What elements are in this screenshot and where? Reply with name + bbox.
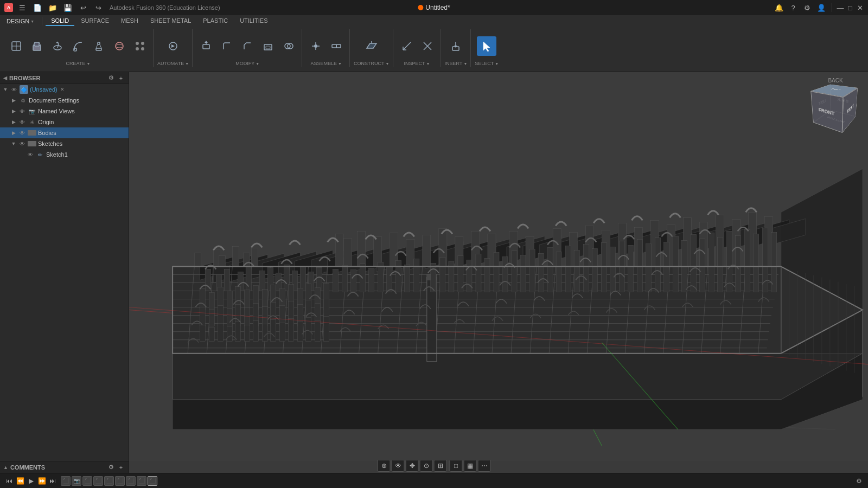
help-icon[interactable]: ? xyxy=(787,2,799,14)
go-to-start-button[interactable]: ⏮ xyxy=(4,476,14,486)
open-file-icon[interactable]: 📁 xyxy=(47,2,59,14)
look-at-button[interactable]: 👁 xyxy=(392,460,405,472)
timeline-item-5[interactable]: ⬛ xyxy=(104,476,114,486)
fit-button[interactable]: ⊞ xyxy=(434,460,447,472)
construct-plane-button[interactable] xyxy=(362,36,381,56)
tab-mesh[interactable]: MESH xyxy=(116,16,144,26)
tree-item-origin[interactable]: 👁 ✳ Origin xyxy=(0,117,129,127)
timeline-item-3[interactable]: ⬛ xyxy=(82,476,92,486)
fillet-button[interactable] xyxy=(217,36,237,56)
interference-button[interactable] xyxy=(418,36,437,56)
go-to-end-button[interactable]: ⏭ xyxy=(48,476,58,486)
extrude-button[interactable] xyxy=(27,36,47,56)
pattern-button[interactable] xyxy=(130,36,150,56)
viewcube[interactable]: BACK TOP FRONT RIGHT BACK LEFT BOTTOM xyxy=(814,78,857,121)
revolve-button[interactable] xyxy=(48,36,67,56)
shell-button[interactable] xyxy=(258,36,278,56)
browser-collapse-icon[interactable]: ◀ xyxy=(3,75,7,81)
viewcube-box[interactable]: TOP FRONT RIGHT BACK LEFT BOTTOM xyxy=(822,87,852,124)
comments-add-icon[interactable]: + xyxy=(117,463,125,472)
app-menu-icon[interactable]: ☰ xyxy=(16,2,28,14)
insert-button[interactable] xyxy=(446,36,465,56)
construct-group-label[interactable]: CONSTRUCT ▼ xyxy=(354,61,389,67)
tree-item-docsettings[interactable]: ⚙ Document Settings xyxy=(0,95,129,106)
automate-button[interactable] xyxy=(163,36,183,56)
tree-eye-sketch1[interactable]: 👁 xyxy=(27,151,34,158)
inspect-group-label[interactable]: INSPECT ▼ xyxy=(404,61,430,67)
timeline-item-8[interactable]: ⬛ xyxy=(137,476,146,486)
assemble-group-label[interactable]: ASSEMBLE ▼ xyxy=(310,61,341,67)
tree-eye-origin[interactable]: 👁 xyxy=(18,118,26,126)
notifications-icon[interactable]: 🔔 xyxy=(773,2,785,14)
undo-icon[interactable]: ↩ xyxy=(77,2,89,14)
minimize-button[interactable]: — xyxy=(837,4,844,11)
tab-utilities[interactable]: UTILITIES xyxy=(234,16,273,26)
display-mode-button[interactable]: □ xyxy=(450,460,463,472)
create-group-label[interactable]: CREATE ▼ xyxy=(66,61,91,67)
effects-button[interactable]: ▦ xyxy=(464,460,477,472)
orbit-mode-button[interactable]: ⊕ xyxy=(378,460,391,472)
modify-group-label[interactable]: MODIFY ▼ xyxy=(235,61,259,67)
comments-collapse-icon[interactable]: ▲ xyxy=(3,465,8,470)
automate-group-label[interactable]: AUTOMATE ▼ xyxy=(157,61,189,67)
save-icon[interactable]: 💾 xyxy=(62,2,74,14)
play-button[interactable]: ▶ xyxy=(26,476,36,486)
browser-expand-icon[interactable]: + xyxy=(117,74,125,82)
timeline-item-4[interactable]: ⬛ xyxy=(93,476,103,486)
tree-arrow-origin[interactable] xyxy=(10,119,17,125)
zoom-button[interactable]: ⊙ xyxy=(420,460,433,472)
tree-eye-namedviews[interactable]: 👁 xyxy=(18,107,26,115)
tab-solid[interactable]: SOLID xyxy=(46,16,74,26)
tree-item-namedviews[interactable]: 👁 📷 Named Views xyxy=(0,106,129,117)
timeline-item-2[interactable]: 📷 xyxy=(72,476,81,486)
design-mode-button[interactable]: DESIGN ▼ xyxy=(2,17,39,25)
timeline-item-6[interactable]: ⬛ xyxy=(115,476,125,486)
insert-group-label[interactable]: INSERT ▼ xyxy=(445,61,468,67)
tree-close-root[interactable]: ✕ xyxy=(59,86,66,93)
settings-icon[interactable]: ⚙ xyxy=(801,2,813,14)
timeline-settings-button[interactable]: ⚙ xyxy=(854,476,864,486)
tree-arrow-sketches[interactable] xyxy=(10,140,17,147)
tree-arrow-namedviews[interactable] xyxy=(10,108,17,114)
tree-item-sketches[interactable]: 👁 Sketches xyxy=(0,138,129,149)
step-back-button[interactable]: ⏪ xyxy=(15,476,25,486)
timeline-item-1[interactable]: ⬛ xyxy=(61,476,71,486)
maximize-button[interactable]: □ xyxy=(846,4,854,11)
tab-plastic[interactable]: PLASTIC xyxy=(197,16,233,26)
tab-surface[interactable]: SURFACE xyxy=(75,16,114,26)
tree-arrow-root[interactable] xyxy=(2,86,9,93)
sweep-button[interactable] xyxy=(68,36,88,56)
timeline-item-7[interactable]: ⬛ xyxy=(126,476,136,486)
tree-arrow-bodies[interactable] xyxy=(10,130,17,136)
measure-button[interactable] xyxy=(397,36,417,56)
combine-button[interactable] xyxy=(279,36,298,56)
tree-item-sketch1[interactable]: 👁 ✏ Sketch1 xyxy=(0,149,129,160)
tab-sheetmetal[interactable]: SHEET METAL xyxy=(145,16,196,26)
step-forward-button[interactable]: ⏩ xyxy=(37,476,47,486)
more-view-button[interactable]: ⋯ xyxy=(478,460,491,472)
new-file-icon[interactable]: 📄 xyxy=(31,2,43,14)
chamfer-button[interactable] xyxy=(238,36,257,56)
tree-eye-sketches[interactable]: 👁 xyxy=(18,140,26,147)
tree-eye-bodies[interactable]: 👁 xyxy=(18,129,26,137)
close-button[interactable]: ✕ xyxy=(856,4,864,11)
tree-item-root[interactable]: 👁 🔷 (Unsaved) ✕ xyxy=(0,84,129,95)
tree-item-bodies[interactable]: 👁 Bodies xyxy=(0,127,129,138)
joint-button[interactable] xyxy=(306,36,326,56)
browser-settings-icon[interactable]: ⚙ xyxy=(107,74,116,82)
account-icon[interactable]: 👤 xyxy=(815,2,827,14)
sphere-button[interactable] xyxy=(110,36,129,56)
press-pull-button[interactable] xyxy=(196,36,216,56)
comments-settings-icon[interactable]: ⚙ xyxy=(107,463,116,472)
new-component-button[interactable] xyxy=(7,36,26,56)
tree-arrow-docsettings[interactable] xyxy=(10,97,17,104)
select-group-label[interactable]: SELECT ▼ xyxy=(475,61,499,67)
tree-eye-root[interactable]: 👁 xyxy=(10,86,18,93)
viewport[interactable]: BACK TOP FRONT RIGHT BACK LEFT BOTTOM xyxy=(0,72,868,461)
timeline-item-9[interactable]: ⬛ xyxy=(148,476,157,486)
loft-button[interactable] xyxy=(89,36,108,56)
select-button[interactable] xyxy=(477,36,496,56)
pan-button[interactable]: ✥ xyxy=(406,460,419,472)
redo-icon[interactable]: ↪ xyxy=(92,2,104,14)
as-built-joint-button[interactable] xyxy=(327,36,346,56)
